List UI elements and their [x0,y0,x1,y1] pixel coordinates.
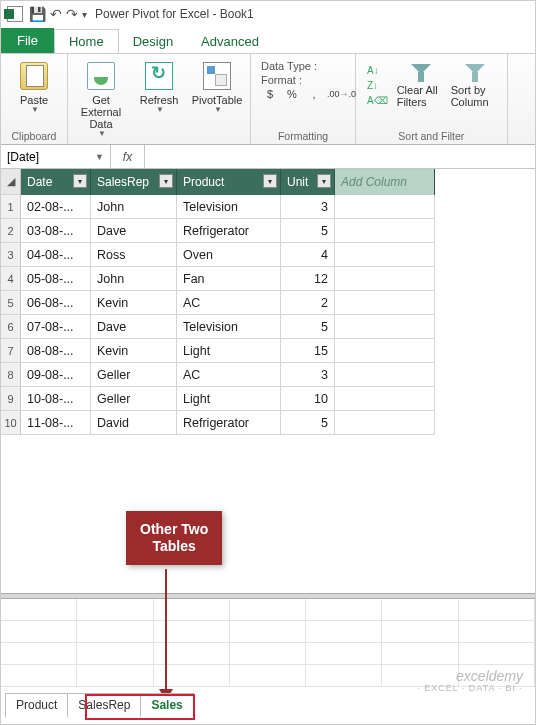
cell-salesrep[interactable]: John [91,267,177,291]
add-column[interactable]: Add Column [335,169,435,195]
fx-icon[interactable]: fx [111,145,145,168]
table-row[interactable]: 07-08-...DaveTelevision5 [21,315,535,339]
row-header[interactable]: 5 [1,291,21,315]
name-box[interactable]: [Date] ▼ [1,145,111,168]
cell-date[interactable]: 06-08-... [21,291,91,315]
cell-product[interactable]: AC [177,291,281,315]
cell-product[interactable]: Television [177,195,281,219]
row-header[interactable]: 4 [1,267,21,291]
column-header-date[interactable]: Date▾ [21,169,91,195]
cell-product[interactable]: Refrigerator [177,219,281,243]
increase-decimal-button[interactable]: .00→.0 [327,89,345,99]
cell-empty[interactable] [335,315,435,339]
cell-date[interactable]: 05-08-... [21,267,91,291]
cell-unit[interactable]: 5 [281,411,335,435]
column-header-product[interactable]: Product▾ [177,169,281,195]
filter-icon[interactable]: ▾ [317,174,331,188]
cell-unit[interactable]: 5 [281,315,335,339]
row-header[interactable]: 10 [1,411,21,435]
filter-icon[interactable]: ▾ [73,174,87,188]
cell-unit[interactable]: 3 [281,363,335,387]
filter-icon[interactable]: ▾ [263,174,277,188]
cell-empty[interactable] [335,339,435,363]
table-row[interactable]: 11-08-...DavidRefrigerator5 [21,411,535,435]
table-row[interactable]: 10-08-...GellerLight10 [21,387,535,411]
percent-button[interactable]: % [283,88,301,100]
redo-icon[interactable]: ↷ [66,6,78,22]
undo-icon[interactable]: ↶ [50,6,62,22]
cell-product[interactable]: Refrigerator [177,411,281,435]
row-header[interactable]: 1 [1,195,21,219]
sort-by-column-button[interactable]: Sort by Column [451,64,499,108]
cell-product[interactable]: Oven [177,243,281,267]
cell-unit[interactable]: 12 [281,267,335,291]
table-row[interactable]: 05-08-...JohnFan12 [21,267,535,291]
table-row[interactable]: 06-08-...KevinAC2 [21,291,535,315]
tab-home[interactable]: Home [54,29,119,53]
cell-product[interactable]: Light [177,339,281,363]
comma-button[interactable]: , [305,88,323,100]
table-row[interactable]: 02-08-...JohnTelevision3 [21,195,535,219]
cell-unit[interactable]: 4 [281,243,335,267]
cell-date[interactable]: 02-08-... [21,195,91,219]
currency-button[interactable]: $ [261,88,279,100]
cell-salesrep[interactable]: Kevin [91,291,177,315]
cell-unit[interactable]: 5 [281,219,335,243]
cell-unit[interactable]: 3 [281,195,335,219]
clear-filters-button[interactable]: Clear All Filters [397,64,445,108]
refresh-button[interactable]: Refresh ▼ [134,58,184,115]
row-header[interactable]: 3 [1,243,21,267]
save-icon[interactable]: 💾 [29,6,46,22]
cell-unit[interactable]: 15 [281,339,335,363]
sort-asc-button[interactable]: A↓ [364,64,391,77]
cell-unit[interactable]: 10 [281,387,335,411]
table-row[interactable]: 08-08-...KevinLight15 [21,339,535,363]
cell-salesrep[interactable]: David [91,411,177,435]
tab-file[interactable]: File [1,28,54,53]
tab-design[interactable]: Design [119,30,187,53]
cell-product[interactable]: Light [177,387,281,411]
table-row[interactable]: 04-08-...RossOven4 [21,243,535,267]
paste-button[interactable]: Paste ▼ [9,58,59,115]
cell-date[interactable]: 03-08-... [21,219,91,243]
filter-icon[interactable]: ▾ [159,174,173,188]
sheet-tab-salesrep[interactable]: SalesRep [67,693,141,718]
cell-salesrep[interactable]: Ross [91,243,177,267]
cell-date[interactable]: 07-08-... [21,315,91,339]
cell-salesrep[interactable]: Kevin [91,339,177,363]
cell-date[interactable]: 04-08-... [21,243,91,267]
cell-empty[interactable] [335,267,435,291]
row-header[interactable]: 9 [1,387,21,411]
cell-salesrep[interactable]: Geller [91,363,177,387]
cell-empty[interactable] [335,411,435,435]
cell-product[interactable]: Television [177,315,281,339]
cell-salesrep[interactable]: John [91,195,177,219]
row-header[interactable]: 7 [1,339,21,363]
clear-sort-button[interactable]: A⌫ [364,94,391,107]
cell-unit[interactable]: 2 [281,291,335,315]
cell-empty[interactable] [335,387,435,411]
cell-empty[interactable] [335,219,435,243]
cell-empty[interactable] [335,291,435,315]
cell-product[interactable]: Fan [177,267,281,291]
sheet-tab-product[interactable]: Product [5,693,68,718]
get-external-data-button[interactable]: Get External Data ▼ [76,58,126,139]
cell-empty[interactable] [335,363,435,387]
cell-salesrep[interactable]: Dave [91,315,177,339]
cell-date[interactable]: 08-08-... [21,339,91,363]
formula-input[interactable] [145,145,535,168]
row-header[interactable]: 8 [1,363,21,387]
cell-date[interactable]: 10-08-... [21,387,91,411]
cell-salesrep[interactable]: Geller [91,387,177,411]
cell-date[interactable]: 09-08-... [21,363,91,387]
tab-advanced[interactable]: Advanced [187,30,273,53]
table-row[interactable]: 03-08-...DaveRefrigerator5 [21,219,535,243]
column-header-salesrep[interactable]: SalesRep▾ [91,169,177,195]
column-header-unit[interactable]: Unit▾ [281,169,335,195]
cell-empty[interactable] [335,243,435,267]
select-all-corner[interactable]: ◢ [1,169,21,195]
sheet-tab-sales[interactable]: Sales [140,693,193,718]
cell-date[interactable]: 11-08-... [21,411,91,435]
row-header[interactable]: 2 [1,219,21,243]
pivottable-button[interactable]: PivotTable ▼ [192,58,242,115]
